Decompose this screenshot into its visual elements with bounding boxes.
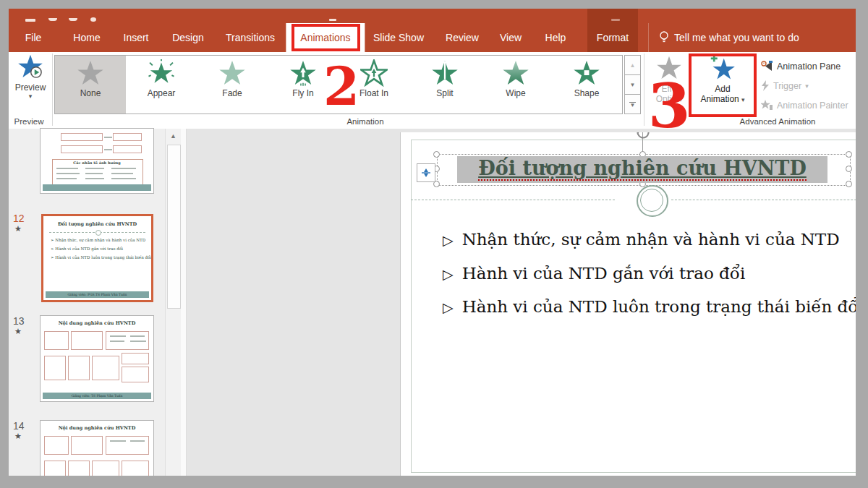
group-label-advanced-animation: Advanced Animation [740,117,816,126]
template-divider-line [671,200,856,200]
thumbnail-slide-13[interactable]: Nội dung nghiên cứu HVNTD Giảng viên: TS… [40,315,154,402]
ribbon-tab-row: Format File Home Insert Design Transitio… [9,23,856,52]
gallery-scroll-controls: ▲ ▼ ▼ [624,55,641,114]
animation-appear[interactable]: Appear [126,56,197,114]
group-label-preview: Preview [14,117,44,126]
preview-dropdown-caret[interactable]: ▾ [10,93,51,100]
title-text-fragment [611,19,620,21]
wipe-star-icon [502,59,529,87]
thumbnail-slide-11[interactable]: Các nhân tố ảnh hưởng [40,128,154,194]
animation-wipe[interactable]: Wipe [480,56,551,114]
annotation-box-add-animation [689,53,757,117]
contextual-tab-header-strip [587,9,638,23]
annotation-box-animations-tab [292,24,360,51]
appear-star-icon [148,59,175,87]
bullet-arrow-icon: ▷ [443,232,454,248]
bullet-arrow-icon: ▷ [443,266,454,282]
float-in-star-icon [360,59,388,87]
thumbnail-slide-14[interactable]: Nội dung nghiên cứu HVNTD [40,420,154,476]
slide-canvas[interactable]: Đối tượng nghiên cứu HVNTD ▷Nhận thức, [401,132,856,476]
animation-painter-button: Animation Painter [761,100,848,111]
tab-view[interactable]: View [500,23,522,52]
gallery-scroll-up-button[interactable]: ▲ [624,55,641,75]
selection-handle[interactable] [846,166,852,172]
slide-editor-area: Đối tượng nghiên cứu HVNTD ▷Nhận thức, [187,129,856,476]
gallery-expand-button[interactable]: ▼ [624,95,641,114]
tell-me-label: Tell me what you want to do [674,32,799,43]
gallery-scroll-down-button[interactable]: ▼ [624,75,641,95]
start-slideshow-icon[interactable] [90,17,96,22]
animation-fade[interactable]: Fade [197,56,268,114]
slide-bullet[interactable]: ▷Nhận thức, sự cảm nhận và hành vi của N… [443,230,840,249]
title-highlight: Đối tượng nghiên cứu HVNTD [457,156,827,183]
animation-indicator-icon[interactable]: ★ [14,432,22,441]
trigger-lightning-icon [761,80,770,91]
animation-split[interactable]: Split [409,56,480,114]
redo-icon[interactable] [69,18,77,21]
tab-review[interactable]: Review [446,23,479,52]
template-divider-line [411,200,615,200]
selection-handle[interactable] [846,151,852,158]
selection-handle[interactable] [846,181,852,187]
slide-number-14: 14 [13,420,25,432]
tab-help[interactable]: Help [545,23,566,52]
slide-title-text[interactable]: Đối tượng nghiên cứu HVNTD [478,158,807,180]
slide-number-12: 12 [13,213,25,224]
preview-button[interactable]: Preview ▾ [10,53,51,116]
undo-icon[interactable] [48,18,57,21]
animation-pane-icon [761,61,773,72]
template-circle-ornament-inner [640,189,663,212]
preview-star-icon [17,53,43,80]
animation-painter-icon [761,100,773,111]
annotation-number-2: 2 [323,61,359,113]
fly-in-star-icon [289,59,317,87]
tab-transitions[interactable]: Transitions [226,23,275,52]
title-text-fragment [329,19,336,21]
save-icon[interactable] [25,19,35,22]
scrollbar-up-arrow[interactable]: ▲ [166,129,181,143]
fade-star-icon [218,59,246,87]
animation-indicator-icon[interactable]: ★ [14,224,22,234]
autofit-options-button[interactable] [417,163,435,182]
tab-slide-show[interactable]: Slide Show [373,23,424,52]
split-star-icon [431,59,459,87]
selection-handle[interactable] [433,151,440,158]
bullet-arrow-icon: ▷ [443,299,454,315]
panel-splitter[interactable] [181,129,187,476]
annotation-number-3: 3 [648,76,690,137]
slide-bullet[interactable]: ▷Hành vi của NTD luôn trong trạng thái b… [443,297,856,316]
scrollbar-thumb[interactable] [167,145,181,309]
trigger-button: Trigger ▾ [761,80,809,91]
lightbulb-icon [659,31,669,44]
group-label-animation: Animation [346,117,383,126]
slide-thumbnail-panel: Các nhân tố ảnh hưởng 12 ★ Đối tượng ngh… [9,129,181,476]
thumbnail-slide-12[interactable]: Đối tượng nghiên cứu HVNTD ➢ Nhận thức, … [41,214,153,302]
thumbnail-scrollbar[interactable]: ▲ [165,129,181,476]
slide-number-13: 13 [13,315,25,327]
tab-design[interactable]: Design [172,23,204,52]
animation-shape[interactable]: Shape [551,56,622,114]
animation-indicator-icon[interactable]: ★ [14,327,22,336]
tab-insert[interactable]: Insert [123,23,148,52]
tab-file[interactable]: File [25,23,42,52]
animation-none[interactable]: None [55,56,126,114]
workspace: Các nhân tố ảnh hưởng 12 ★ Đối tượng ngh… [9,129,856,476]
animation-pane-button[interactable]: Animation Pane [761,61,841,72]
tab-home[interactable]: Home [73,23,100,52]
group-separator [52,53,53,126]
autofit-icon [420,166,432,179]
none-star-icon [77,59,104,87]
shape-star-icon [573,59,600,87]
title-bar [9,9,856,23]
thumbnail-footer-bar [43,184,151,191]
tell-me-box[interactable]: Tell me what you want to do [648,23,799,52]
tab-format[interactable]: Format [587,23,638,52]
advanced-animation-group: Animation Pane Trigger ▾ Animation Paint… [761,55,856,116]
slide-bullet[interactable]: ▷Hành vi của NTD gắn với trao đổi [443,264,745,283]
group-separator [644,53,644,126]
